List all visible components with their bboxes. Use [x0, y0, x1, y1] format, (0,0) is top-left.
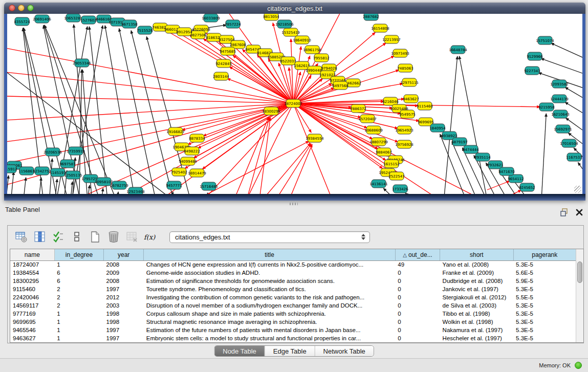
network-node[interactable]: 1840954 — [429, 124, 446, 132]
network-edge[interactable] — [459, 56, 491, 194]
network-node[interactable]: 16914479 — [188, 169, 206, 177]
network-node[interactable]: 19384554 — [306, 134, 324, 142]
network-node[interactable]: 12213957 — [382, 35, 401, 43]
network-node[interactable]: 17359919 — [67, 147, 85, 155]
network-node[interactable]: 12342757 — [33, 167, 51, 175]
network-node[interactable]: 9827506 — [190, 31, 206, 39]
network-edge[interactable] — [541, 58, 582, 75]
network-edge[interactable] — [69, 182, 73, 194]
network-edge[interactable] — [186, 103, 293, 194]
network-node[interactable]: 1167533 — [566, 153, 582, 161]
network-node[interactable]: 9475685 — [220, 47, 235, 55]
window-titlebar[interactable]: citations_edges.txt — [4, 3, 585, 14]
table-scrollbar[interactable] — [576, 249, 583, 342]
network-node[interactable]: 8912954 — [176, 28, 192, 36]
network-node[interactable]: 7485063 — [397, 64, 413, 72]
close-window-icon[interactable] — [9, 5, 15, 11]
network-node[interactable]: 12444139 — [550, 95, 569, 103]
network-node[interactable]: 1527602 — [80, 16, 96, 24]
network-node[interactable]: 18300295 — [262, 107, 280, 115]
network-edge[interactable] — [89, 27, 110, 194]
table-row[interactable]: 2242004622012Investigating the contribut… — [10, 293, 576, 301]
network-edge[interactable] — [135, 103, 293, 194]
network-node[interactable]: 8878334 — [189, 134, 205, 142]
table-row[interactable]: 946554611997Estimation of the future num… — [10, 326, 576, 334]
close-icon[interactable] — [576, 209, 583, 218]
network-node[interactable]: 16648784 — [449, 46, 467, 54]
network-node[interactable]: 3915912 — [7, 165, 17, 173]
network-node[interactable]: 20691406 — [33, 15, 51, 23]
network-node[interactable]: 7925402 — [171, 168, 187, 176]
tab-edge-table[interactable]: Edge Table — [265, 346, 315, 356]
column-header-name[interactable]: name — [10, 249, 54, 260]
network-edge[interactable] — [492, 190, 521, 194]
network-node[interactable]: 8471670 — [498, 167, 514, 176]
network-node[interactable]: 7857224 — [225, 20, 241, 28]
column-chooser-button[interactable] — [32, 229, 48, 245]
network-node[interactable]: 16782759 — [110, 181, 128, 189]
table-row[interactable]: 977716911998Corpus callosum shape and si… — [10, 310, 576, 318]
network-node[interactable]: 1145193 — [50, 168, 66, 177]
tab-node-table[interactable]: Node Table — [214, 346, 265, 356]
network-node[interactable]: 9549575 — [399, 110, 415, 118]
new-file-button[interactable] — [88, 229, 103, 245]
table-row[interactable]: 969969511998Structural magnetic resonanc… — [10, 318, 576, 326]
network-canvas[interactable]: 1872400718300295881305415226058982750681… — [7, 14, 582, 194]
network-node[interactable]: 9227343 — [524, 67, 540, 75]
table-options-button[interactable] — [14, 229, 29, 245]
network-node[interactable]: 6497568 — [332, 81, 348, 90]
network-node[interactable]: 9697583 — [59, 160, 75, 168]
network-node[interactable]: 16210643 — [551, 110, 570, 118]
network-node[interactable]: 2522547 — [388, 172, 404, 180]
network-node[interactable]: 15325419 — [281, 28, 300, 36]
network-node[interactable]: 12975115 — [400, 78, 419, 86]
network-node[interactable]: 12093582 — [550, 80, 569, 88]
row-selection-button[interactable] — [51, 229, 66, 245]
network-node[interactable]: 14136141 — [369, 180, 388, 188]
network-node[interactable]: 1733426 — [392, 185, 408, 193]
network-node[interactable]: 19756928 — [395, 140, 413, 148]
network-node[interactable]: 9115460 — [417, 102, 432, 110]
network-node[interactable]: 16961758 — [303, 46, 321, 54]
minimize-window-icon[interactable] — [18, 5, 25, 11]
network-node[interactable]: 15692971 — [554, 125, 572, 133]
network-node[interactable]: 2803144 — [213, 72, 229, 80]
network-node[interactable]: 16033809 — [202, 14, 220, 22]
network-node[interactable]: 9242845 — [215, 59, 231, 68]
network-edge[interactable] — [7, 176, 9, 194]
network-node[interactable]: 9463627 — [403, 95, 419, 103]
canvas-resize-grip[interactable] — [574, 186, 581, 193]
network-node[interactable]: 8813054 — [263, 14, 279, 20]
network-edge[interactable] — [7, 103, 293, 190]
network-edge[interactable] — [293, 103, 340, 194]
network-node[interactable]: 7955812 — [313, 54, 329, 62]
network-node[interactable]: 4355724 — [14, 17, 30, 26]
network-node[interactable]: 9245652 — [519, 183, 535, 191]
network-edge[interactable] — [7, 103, 293, 167]
network-node[interactable]: 12923468 — [126, 187, 145, 194]
delete-table-button[interactable] — [124, 229, 140, 245]
network-node[interactable]: 2935114 — [474, 153, 491, 161]
network-node[interactable]: 18640910 — [293, 36, 311, 44]
column-header-year[interactable]: year — [104, 249, 144, 260]
network-node[interactable]: 1156863 — [18, 167, 34, 175]
column-header-pagerank[interactable]: pagerank — [513, 249, 576, 260]
table-row[interactable]: 1830029562008Estimation of significance … — [10, 277, 576, 285]
function-builder-button[interactable]: f(x) — [143, 229, 158, 245]
network-node[interactable]: 4671358 — [121, 20, 137, 28]
network-node[interactable]: 54099484 — [179, 157, 197, 165]
network-node[interactable]: 10973493 — [391, 49, 409, 57]
network-node[interactable]: 7886372 — [350, 104, 366, 113]
table-row[interactable]: 946362711997Embryonic stem cells: a mode… — [10, 334, 576, 342]
network-edge[interactable] — [7, 96, 293, 103]
network-edge[interactable] — [578, 163, 582, 177]
network-node[interactable]: 15720407 — [358, 115, 377, 123]
network-edge[interactable] — [551, 43, 582, 60]
column-header-title[interactable]: title — [144, 249, 396, 260]
tab-network-table[interactable]: Network Table — [315, 346, 374, 356]
network-node[interactable]: 9129966 — [527, 52, 543, 60]
memory-ok-indicator[interactable] — [575, 362, 582, 369]
network-node[interactable]: 9498222 — [184, 147, 200, 155]
network-node[interactable]: 15716485 — [200, 182, 218, 190]
network-edge[interactable] — [487, 181, 510, 190]
